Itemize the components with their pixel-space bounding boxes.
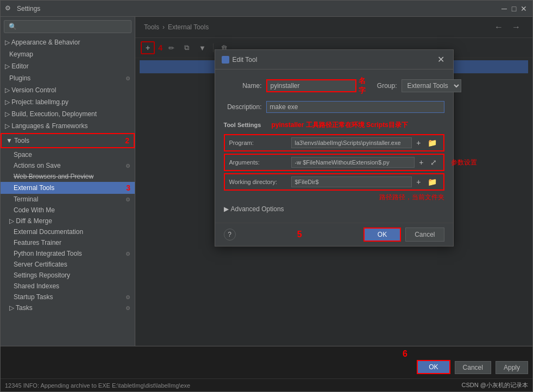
arguments-input[interactable] <box>291 157 415 168</box>
number3-annotation: 3 <box>126 184 130 192</box>
window-controls: ─ □ ✕ <box>500 4 528 13</box>
bottom-cancel-button[interactable]: Cancel <box>455 361 491 374</box>
sidebar-item-editor[interactable]: ▷ Editor <box>1 60 135 72</box>
dialog-footer: ? 5 OK Cancel <box>215 223 453 246</box>
tool-settings-section: Tool Settings pyinstaller 工具路径正常在环境 Scri… <box>224 118 444 132</box>
program-label: Program: <box>229 140 289 146</box>
workdir-browse-button[interactable]: 📁 <box>425 176 439 187</box>
number2-annotation: 2 <box>125 136 129 145</box>
sidebar-item-version-control[interactable]: ▷ Version Control <box>1 84 135 96</box>
name-input[interactable] <box>266 79 356 92</box>
sidebar-child-actions[interactable]: Actions on Save ⚙ <box>1 160 135 171</box>
description-label: Description: <box>224 103 262 111</box>
tasks-icon: ⚙ <box>126 305 130 311</box>
workdir-add-button[interactable]: + <box>414 176 423 187</box>
terminal-icon: ⚙ <box>126 197 130 203</box>
bottom-apply-button[interactable]: Apply <box>496 361 528 374</box>
sidebar-child-extdoc[interactable]: External Documentation <box>1 226 135 237</box>
sidebar-item-languages[interactable]: ▷ Languages & Frameworks <box>1 120 135 132</box>
sidebar-child-shared-indexes[interactable]: Shared Indexes <box>1 281 135 292</box>
sidebar-child-server-certs[interactable]: Server Certificates <box>1 259 135 270</box>
window-title: Settings <box>17 5 500 12</box>
status-bar: 12345 INFO: Appending archive to EXE E:\… <box>1 378 532 391</box>
actions-icon: ⚙ <box>126 163 130 169</box>
program-add-button[interactable]: + <box>414 137 423 148</box>
sidebar-child-startup[interactable]: Startup Tasks ⚙ <box>1 292 135 302</box>
content-area: ▷ Appearance & Behavior Keymap ▷ Editor … <box>1 17 532 346</box>
workdir-row: Working directory: + 📁 <box>224 173 444 191</box>
app-icon: ⚙ <box>5 4 14 13</box>
maximize-button[interactable]: □ <box>510 4 518 13</box>
arguments-annotation: 参数设置 <box>451 158 477 167</box>
startup-icon: ⚙ <box>126 294 130 300</box>
sidebar-child-features[interactable]: Features Trainer <box>1 237 135 248</box>
title-bar: ⚙ Settings ─ □ ✕ <box>1 1 532 17</box>
plugins-settings-icon: ⚙ <box>126 75 130 81</box>
sidebar-child-diff[interactable]: ▷ Diff & Merge <box>1 216 135 226</box>
dialog-close-button[interactable]: ✕ <box>435 54 447 65</box>
workdir-annotation: 路径路径，当前文件夹 <box>224 193 444 202</box>
dialog-overlay: Edit Tool ✕ Name: 名字 Gro <box>135 17 532 346</box>
sidebar-child-space[interactable]: Space <box>1 149 135 160</box>
sidebar-item-build[interactable]: ▷ Build, Execution, Deployment <box>1 108 135 120</box>
name-annotation-text: 名字 <box>359 76 366 96</box>
sidebar-child-terminal[interactable]: Terminal ⚙ <box>1 194 135 205</box>
arguments-container: Arguments: + ⤢ 参数设置 <box>224 154 444 171</box>
sidebar-child-settings-repo[interactable]: Settings Repository <box>1 270 135 281</box>
dialog-ok-button[interactable]: OK <box>363 227 401 242</box>
program-row: Program: + 📁 <box>224 134 444 151</box>
edit-tool-dialog: Edit Tool ✕ Name: 名字 Gro <box>215 49 454 246</box>
workdir-input[interactable] <box>291 176 412 187</box>
search-input[interactable] <box>4 20 131 33</box>
number6-annotation: 6 <box>403 349 407 359</box>
sidebar-child-external-tools[interactable]: External Tools 3 <box>1 182 135 194</box>
close-button[interactable]: ✕ <box>519 4 528 13</box>
python-icon: ⚙ <box>126 251 130 257</box>
sidebar-item-tools[interactable]: ▼ Tools 2 <box>2 134 134 147</box>
dialog-action-buttons: OK Cancel <box>363 227 444 242</box>
bottom-ok-button[interactable]: OK <box>417 360 450 374</box>
group-select[interactable]: External Tools <box>402 79 461 92</box>
settings-window: ⚙ Settings ─ □ ✕ ▷ Appearance & Behavior… <box>0 0 533 392</box>
description-input[interactable] <box>266 101 444 113</box>
arguments-expand-button[interactable]: ⤢ <box>428 157 439 168</box>
program-browse-button[interactable]: 📁 <box>425 137 439 148</box>
dialog-title-icon <box>222 56 229 64</box>
advanced-arrow: ▶ <box>224 205 229 213</box>
advanced-options-toggle[interactable]: ▶ Advanced Options <box>224 202 444 216</box>
sidebar-item-appearance[interactable]: ▷ Appearance & Behavior <box>1 36 135 48</box>
arguments-add-button[interactable]: + <box>417 157 425 168</box>
arguments-label: Arguments: <box>229 159 289 166</box>
number5-annotation: 5 <box>297 230 302 239</box>
arguments-row: Arguments: + ⤢ <box>224 154 444 171</box>
sidebar-child-webbrowsers[interactable]: Web Browsers and Preview <box>1 171 135 182</box>
bottom-bar: 6 OK Cancel Apply <box>1 346 532 378</box>
minimize-button[interactable]: ─ <box>500 4 509 13</box>
workdir-label: Working directory: <box>229 179 289 185</box>
sidebar-child-codewithme[interactable]: Code With Me <box>1 205 135 216</box>
program-input[interactable] <box>291 137 412 148</box>
sidebar-item-plugins[interactable]: Plugins ⚙ <box>1 72 135 84</box>
main-content: Tools › External Tools ← → + 4 ✏ ⧉ ▼ 🗑 <box>135 17 532 346</box>
annotation-red-text: pyinstaller 工具路径正常在环境 Scripts目录下 <box>271 121 407 129</box>
sidebar: ▷ Appearance & Behavior Keymap ▷ Editor … <box>1 17 135 346</box>
sidebar-item-project[interactable]: ▷ Project: labellmg.py <box>1 96 135 108</box>
name-label: Name: <box>224 82 262 90</box>
sidebar-child-python[interactable]: Python Integrated Tools ⚙ <box>1 248 135 259</box>
sidebar-child-tasks[interactable]: ▷ Tasks ⚙ <box>1 302 135 313</box>
help-button[interactable]: ? <box>224 229 236 241</box>
dialog-title-bar: Edit Tool ✕ <box>215 50 453 69</box>
group-label: Group: <box>370 82 397 90</box>
name-row: Name: 名字 Group: External Tools <box>224 76 444 96</box>
sidebar-item-keymap[interactable]: Keymap <box>1 48 135 60</box>
watermark: CSDN @小灰机的记录本 <box>462 381 528 389</box>
status-text: 12345 INFO: Appending archive to EXE E:\… <box>5 382 190 389</box>
dialog-cancel-button[interactable]: Cancel <box>405 227 444 242</box>
dialog-body: Name: 名字 Group: External Tools <box>215 69 453 223</box>
description-row: Description: <box>224 101 444 113</box>
workdir-container: Working directory: + 📁 <box>224 173 444 191</box>
dialog-title: Edit Tool <box>222 56 258 64</box>
